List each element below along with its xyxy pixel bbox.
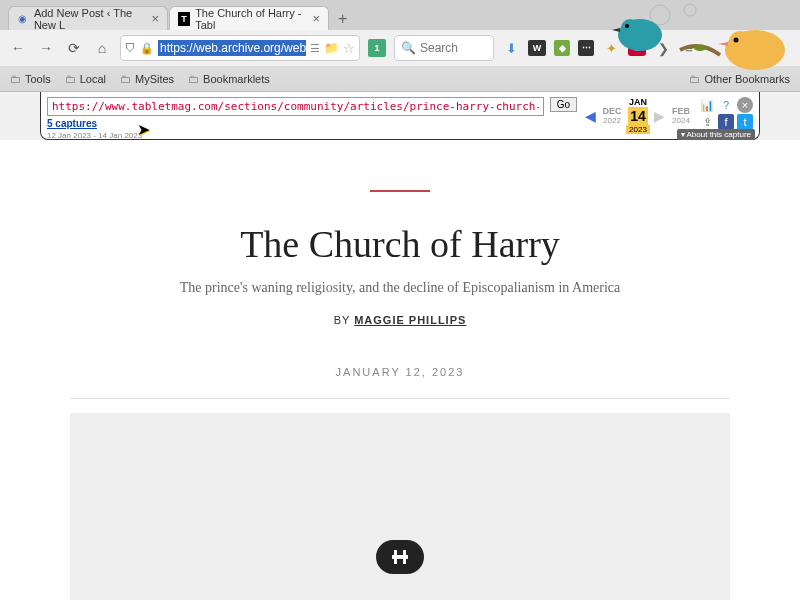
wayback-calendar: ◀ DEC 2022 JAN 14 2023 ▶ FEB 2024	[583, 97, 693, 134]
wayback-prev-arrow[interactable]: ◀	[583, 108, 598, 124]
bookmark-tools[interactable]: 🗀 Tools	[10, 73, 51, 85]
bookmark-bookmarklets[interactable]: 🗀 Bookmarklets	[188, 73, 270, 85]
wayback-icons: 📊 ? ×	[699, 97, 753, 113]
month-day: 14	[630, 108, 646, 124]
extension-icon-purple[interactable]: ◆	[554, 40, 570, 56]
byline-prefix: BY	[334, 314, 355, 326]
divider-full	[70, 398, 730, 399]
month-label: DEC	[600, 106, 624, 116]
search-placeholder: Search	[420, 41, 458, 55]
wayback-share-icons: ⇪ f t	[699, 114, 753, 130]
bookmark-other[interactable]: 🗀 Other Bookmarks	[689, 73, 790, 85]
month-year: 2024	[669, 116, 693, 125]
bookmark-label: Tools	[25, 73, 51, 85]
reader-icon[interactable]: ☰	[310, 42, 320, 55]
search-icon: 🔍	[401, 41, 416, 55]
ublock-icon[interactable]: u	[628, 40, 646, 56]
lock-icon[interactable]: 🔒	[140, 42, 154, 55]
bookmark-label: Local	[80, 73, 106, 85]
nav-bar: ← → ⟳ ⌂ ⛉ 🔒 https://web.archive.org/web/…	[0, 30, 800, 66]
wayback-about-link[interactable]: ▾ About this capture	[677, 129, 755, 140]
article-title: The Church of Harry	[0, 222, 800, 266]
wayback-share-icon[interactable]: ⇪	[699, 114, 715, 130]
wayback-month-prev[interactable]: DEC 2022	[600, 106, 624, 125]
extension-icon-yellow[interactable]: ✦	[602, 39, 620, 57]
bookmark-mysites[interactable]: 🗀 MySites	[120, 73, 174, 85]
bookmark-label: Bookmarklets	[203, 73, 270, 85]
browser-chrome: ◉ Add New Post ‹ The New L × T The Churc…	[0, 0, 800, 92]
bookmark-bar: 🗀 Tools 🗀 Local 🗀 MySites 🗀 Bookmarklets…	[0, 66, 800, 92]
download-icon[interactable]: ⬇	[502, 39, 520, 57]
folder-icon: 🗀	[689, 73, 700, 85]
captures-link[interactable]: 5 captures	[47, 118, 97, 129]
article-date: JANUARY 12, 2023	[0, 366, 800, 378]
facebook-icon[interactable]: f	[718, 114, 734, 130]
close-icon[interactable]: ×	[312, 11, 320, 26]
month-label: FEB	[669, 106, 693, 116]
star-icon[interactable]: ☆	[343, 41, 355, 56]
captures-range: 12 Jan 2023 - 14 Jan 2023	[47, 131, 142, 140]
forward-button[interactable]: →	[36, 38, 56, 58]
bookmark-local[interactable]: 🗀 Local	[65, 73, 106, 85]
wayback-month-next[interactable]: FEB 2024	[669, 106, 693, 125]
wayback-captures: 5 captures 12 Jan 2023 - 14 Jan 2023	[47, 118, 142, 140]
article-byline: BY MAGGIE PHILLIPS	[0, 314, 800, 326]
tab-bar: ◉ Add New Post ‹ The New L × T The Churc…	[0, 0, 800, 30]
search-bar[interactable]: 🔍 Search	[394, 35, 494, 61]
wayback-url-input[interactable]	[47, 97, 544, 116]
folder-icon: 🗀	[65, 73, 76, 85]
folder-icon: 🗀	[188, 73, 199, 85]
tab-title: Add New Post ‹ The New L	[34, 7, 147, 31]
extension-icon-w[interactable]: W	[528, 40, 546, 56]
mouse-cursor: ➤	[137, 120, 150, 139]
tab-inactive[interactable]: ◉ Add New Post ‹ The New L ×	[8, 6, 168, 30]
article-page: The Church of Harry The prince's waning …	[0, 140, 800, 600]
bookmark-label: MySites	[135, 73, 174, 85]
svg-rect-11	[392, 555, 408, 559]
reload-button[interactable]: ⟳	[64, 38, 84, 58]
scroll-action-button[interactable]	[376, 540, 424, 574]
bookmark-label: Other Bookmarks	[704, 73, 790, 85]
divider-accent	[370, 190, 430, 192]
month-year: 2023	[626, 125, 650, 134]
tab-favicon-wp: ◉	[17, 12, 29, 26]
new-tab-button[interactable]: +	[330, 8, 355, 30]
home-button[interactable]: ⌂	[92, 38, 112, 58]
bookmark-folder-icon[interactable]: 📁	[324, 41, 339, 55]
month-label: JAN	[626, 97, 650, 107]
url-text[interactable]: https://web.archive.org/web/20	[158, 40, 306, 56]
close-icon[interactable]: ×	[151, 11, 159, 26]
onetab-icon[interactable]: 1	[368, 39, 386, 57]
shield-icon[interactable]: ⛉	[125, 42, 136, 54]
back-button[interactable]: ←	[8, 38, 28, 58]
article-subtitle: The prince's waning religiosity, and the…	[0, 280, 800, 296]
menu-icon[interactable]: ≡	[680, 39, 698, 57]
author-link[interactable]: MAGGIE PHILLIPS	[354, 314, 466, 326]
month-year: 2022	[600, 116, 624, 125]
wayback-graph-icon[interactable]: 📊	[699, 97, 715, 113]
wayback-help-icon[interactable]: ?	[718, 97, 734, 113]
wayback-go-button[interactable]: Go	[550, 97, 577, 112]
twitter-icon[interactable]: t	[737, 114, 753, 130]
folder-icon: 🗀	[10, 73, 21, 85]
tab-favicon-tablet: T	[178, 12, 190, 26]
extensions-icon[interactable]: ❯	[654, 39, 672, 57]
wayback-close-icon[interactable]: ×	[737, 97, 753, 113]
tab-title: The Church of Harry - Tabl	[195, 7, 307, 31]
extension-icon-dark[interactable]: ⋯	[578, 40, 594, 56]
wayback-month-current[interactable]: JAN 14 2023	[626, 97, 650, 134]
wayback-next-arrow[interactable]: ▶	[652, 108, 667, 124]
folder-icon: 🗀	[120, 73, 131, 85]
about-label: About this capture	[687, 130, 751, 139]
tab-active[interactable]: T The Church of Harry - Tabl ×	[169, 6, 329, 30]
url-bar[interactable]: ⛉ 🔒 https://web.archive.org/web/20 ☰ 📁 ☆	[120, 35, 360, 61]
